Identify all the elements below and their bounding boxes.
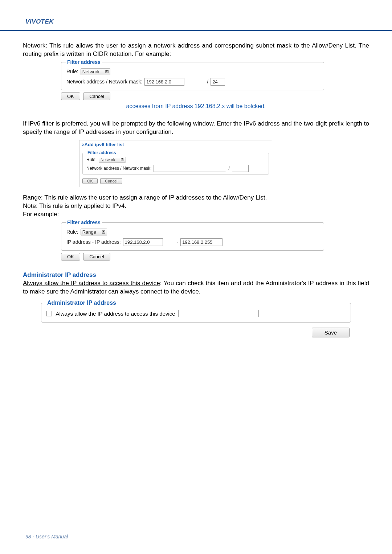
- range-rule-label: Rule:: [66, 229, 78, 235]
- filter-address-range-panel: Filter address Rule: Range IP address - …: [61, 222, 324, 251]
- ipv6-rule-label: Rule:: [86, 157, 97, 162]
- chevron-down-icon: [102, 230, 105, 234]
- chevron-down-icon: [105, 70, 109, 73]
- chevron-down-icon: [121, 158, 124, 161]
- rule-select[interactable]: Network: [81, 68, 111, 75]
- network-term: Network: [23, 42, 45, 49]
- range-note: Note: This rule is only applied to IPv4.: [23, 202, 369, 210]
- save-button[interactable]: Save: [312, 328, 350, 337]
- range-term: Range: [23, 194, 41, 201]
- slash-label: /: [207, 79, 208, 85]
- ip-range-label: IP address - IP address:: [66, 239, 121, 245]
- ipv6-dialog-title: >Add ipv6 filter list: [79, 140, 272, 149]
- range-rule-select-value: Range: [82, 229, 96, 235]
- ip-to-input[interactable]: 192.168.2.255: [180, 238, 222, 246]
- ipv6-ok-button[interactable]: OK: [82, 178, 98, 184]
- network-paragraph: Network: This rule allows the user to as…: [23, 42, 369, 58]
- network-address-input[interactable]: 192.168.2.0: [144, 78, 184, 86]
- ipv6-prefix-input[interactable]: [232, 165, 249, 172]
- admin-ip-paragraph: Always allow the IP address to access th…: [23, 279, 369, 296]
- ipv6-rule-select-value: Network: [101, 157, 115, 162]
- network-caption: accesses from IP address 192.168.2.x wil…: [23, 103, 369, 110]
- network-mask-input[interactable]: 24: [211, 78, 225, 86]
- admin-ip-heading: Administrator IP address: [23, 271, 369, 279]
- admin-ip-panel: Administrator IP address Always allow th…: [41, 303, 351, 323]
- ipv6-paragraph: If IPv6 filter is preferred, you will be…: [23, 120, 369, 136]
- rule-label: Rule:: [66, 69, 78, 74]
- page-footer: 98 - User's Manual: [25, 534, 68, 539]
- range-paragraph-rest: : This rule allows the user to assign a …: [41, 194, 267, 201]
- network-paragraph-rest: : This rule allows the user to assign a …: [23, 42, 369, 57]
- filter-address-network-panel: Filter address Rule: Network Network add…: [61, 62, 324, 90]
- ipv6-filter-address-panel: Filter address Rule: Network Network add…: [82, 153, 269, 175]
- ok-button[interactable]: OK: [61, 93, 80, 100]
- brand-logo: VIVOTEK: [25, 18, 54, 25]
- admin-para-prefix: Always allow the IP address to access th…: [23, 280, 160, 287]
- admin-ip-input[interactable]: [178, 310, 259, 317]
- ipv6-rule-select[interactable]: Network: [99, 157, 126, 163]
- range-panel-legend: Filter address: [66, 219, 102, 225]
- range-ok-button[interactable]: OK: [61, 253, 80, 260]
- ipv6-address-input[interactable]: [154, 165, 226, 172]
- admin-panel-legend: Administrator IP address: [46, 300, 118, 306]
- ipv6-slash-label: /: [228, 166, 229, 171]
- always-allow-checkbox[interactable]: [46, 311, 52, 316]
- range-rule-select[interactable]: Range: [81, 229, 107, 235]
- range-cancel-button[interactable]: Cancel: [83, 253, 110, 260]
- rule-select-value: Network: [82, 69, 100, 74]
- always-allow-label: Always allow the IP address to access th…: [56, 311, 175, 317]
- ipv6-cancel-button[interactable]: Cancel: [100, 178, 122, 184]
- cancel-button[interactable]: Cancel: [83, 93, 110, 100]
- range-paragraph: Range: This rule allows the user to assi…: [23, 194, 369, 202]
- ipv6-address-label: Network address / Network mask:: [86, 166, 151, 171]
- ipv6-filter-dialog: >Add ipv6 filter list Filter address Rul…: [79, 140, 272, 187]
- range-example-label: For example:: [23, 210, 369, 219]
- panel-legend: Filter address: [66, 59, 102, 65]
- dash-label: -: [177, 239, 179, 245]
- ipv6-panel-legend: Filter address: [86, 150, 117, 155]
- ip-from-input[interactable]: 192.168.2.0: [123, 238, 163, 246]
- network-address-label: Network address / Network mask:: [66, 79, 142, 85]
